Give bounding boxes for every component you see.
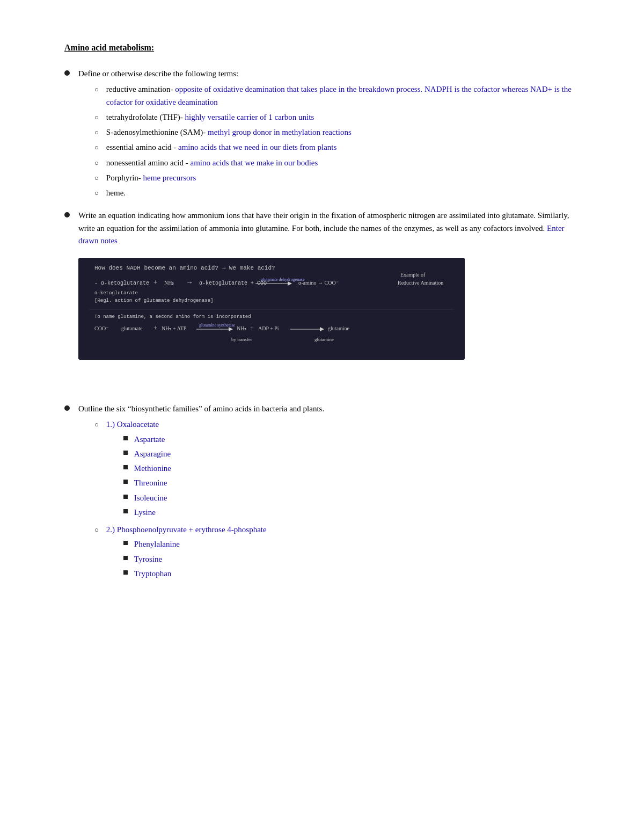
- svg-text:→: →: [186, 278, 193, 286]
- square-icon: [123, 495, 128, 499]
- sub-item-nonessential: ○ nonessential amino acid - amino acids …: [94, 157, 580, 169]
- svg-text:COO⁻: COO⁻: [94, 325, 108, 331]
- square-icon: [123, 451, 128, 455]
- bullet-text-1: Define or otherwise describe the followi…: [78, 68, 580, 202]
- blue-oxaloacetate: 1.) Oxaloacetate: [106, 420, 159, 429]
- svg-text:α-amino → COO⁻: α-amino → COO⁻: [298, 280, 339, 286]
- svg-text:[Regl. action of   glutamate d: [Regl. action of glutamate dehydrogenase…: [94, 298, 213, 303]
- bullet-text-2: Write an equation indicating how ammoniu…: [78, 209, 580, 376]
- label-isoleucine: Isoleucine: [134, 492, 167, 504]
- circle-icon: ○: [94, 525, 99, 535]
- svg-text:NH₃ + ATP: NH₃ + ATP: [162, 325, 187, 331]
- sub-text-nonessential: nonessential amino acid - amino acids th…: [106, 157, 580, 169]
- bullet-label-1: Define or otherwise describe the followi…: [78, 69, 238, 78]
- circle-icon: ○: [94, 112, 99, 123]
- drawn-notes-image: How does NADH become an amino acid? → We…: [78, 258, 465, 360]
- circle-icon: ○: [94, 173, 99, 184]
- label-methionine: Methionine: [134, 462, 171, 475]
- svg-text:glutamate: glutamate: [121, 325, 143, 331]
- circle-icon: ○: [94, 84, 99, 95]
- drawn-notes-container: How does NADH become an amino acid? → We…: [78, 258, 580, 360]
- sub-list-3: ○ 1.) Oxaloacetate Aspartate Asparagine: [78, 418, 580, 582]
- bullet-dot: [64, 70, 70, 76]
- circle-icon: ○: [94, 419, 99, 430]
- sub-text-oxaloacetate: 1.) Oxaloacetate Aspartate Asparagine: [106, 418, 580, 521]
- svg-text:How does NADH become an amino : How does NADH become an amino acid? → We…: [94, 265, 275, 271]
- sub-sub-list-oxaloacetate: Aspartate Asparagine Methionine: [106, 433, 580, 519]
- sub-item-heme: ○ heme.: [94, 187, 580, 199]
- sub-text-sam: S-adenosylmethionine (SAM)- methyl group…: [106, 126, 580, 139]
- blue-pep: 2.) Phosphoenolpyruvate + erythrose 4-ph…: [106, 525, 267, 534]
- sub-sub-asparagine: Asparagine: [123, 448, 580, 460]
- svg-text:+: +: [153, 324, 157, 332]
- sub-sub-threonine: Threonine: [123, 477, 580, 489]
- svg-text:glutamine: glutamine: [328, 325, 350, 331]
- sub-item-reductive: ○ reductive amination- opposite of oxida…: [94, 83, 580, 108]
- sub-sub-lysine: Lysine: [123, 506, 580, 519]
- square-icon: [123, 541, 128, 545]
- svg-text:Example of: Example of: [400, 272, 426, 278]
- sub-sub-tryptophan: Tryptophan: [123, 568, 580, 580]
- label-phenylalanine: Phenylalanine: [134, 538, 180, 550]
- square-icon: [123, 570, 128, 575]
- bullet-dot-2: [64, 212, 70, 217]
- square-icon: [123, 509, 128, 513]
- bullet-label-3: Outline the six “biosynthetic families” …: [78, 404, 324, 413]
- square-icon: [123, 465, 128, 469]
- svg-text:+: +: [153, 279, 157, 286]
- sub-sub-tyrosine: Tyrosine: [123, 553, 580, 565]
- svg-text:glutamine: glutamine: [314, 337, 334, 342]
- page-title: Amino acid metabolism:: [64, 43, 580, 53]
- sub-sub-phenylalanine: Phenylalanine: [123, 538, 580, 550]
- blue-sam: methyl group donor in methylation reacti…: [208, 128, 352, 136]
- svg-text:+: +: [250, 324, 254, 332]
- sub-sub-list-pep: Phenylalanine Tyrosine Tryptophan: [106, 538, 580, 580]
- label-aspartate: Aspartate: [134, 433, 165, 446]
- circle-icon: ○: [94, 188, 99, 199]
- label-tryptophan: Tryptophan: [134, 568, 171, 580]
- square-icon: [123, 480, 128, 484]
- sub-item-essential: ○ essential amino acid - amino acids tha…: [94, 141, 580, 154]
- blue-thf: highly versatile carrier of 1 carbon uni…: [185, 113, 314, 121]
- svg-text:ADP + Pi: ADP + Pi: [258, 325, 279, 331]
- svg-text:by   transfer: by transfer: [231, 337, 252, 342]
- blue-porphyrin: heme precursors: [143, 173, 196, 182]
- blue-reductive: opposite of oxidative deamination that t…: [106, 85, 572, 106]
- sub-text-thf: tetrahydrofolate (THF)- highly versatile…: [106, 111, 580, 124]
- label-asparagine: Asparagine: [134, 448, 171, 460]
- sub-sub-methionine: Methionine: [123, 462, 580, 475]
- blue-essential: amino acids that we need in our diets fr…: [178, 143, 336, 151]
- list-item-2: Write an equation indicating how ammoniu…: [64, 209, 580, 376]
- svg-text:glutamine synthetase: glutamine synthetase: [199, 323, 236, 328]
- sub-item-pep: ○ 2.) Phosphoenolpyruvate + erythrose 4-…: [94, 524, 580, 582]
- svg-text:To name glutamine, a second am: To name glutamine, a second amino form i…: [94, 314, 251, 320]
- sub-item-porphyrin: ○ Porphyrin- heme precursors: [94, 172, 580, 184]
- label-tyrosine: Tyrosine: [134, 553, 162, 565]
- bullet-text-3: Outline the six “biosynthetic families” …: [78, 403, 580, 585]
- sub-text-porphyrin: Porphyrin- heme precursors: [106, 172, 580, 184]
- main-list: Define or otherwise describe the followi…: [64, 68, 580, 585]
- bullet-dot-3: [64, 405, 70, 411]
- circle-icon: ○: [94, 142, 99, 153]
- sub-item-thf: ○ tetrahydrofolate (THF)- highly versati…: [94, 111, 580, 124]
- blue-nonessential: amino acids that we make in our bodies: [190, 158, 318, 167]
- sub-text-essential: essential amino acid - amino acids that …: [106, 141, 580, 154]
- square-icon: [123, 436, 128, 440]
- circle-icon: ○: [94, 127, 99, 138]
- sub-item-oxaloacetate: ○ 1.) Oxaloacetate Aspartate Asparagine: [94, 418, 580, 521]
- sub-text-pep: 2.) Phosphoenolpyruvate + erythrose 4-ph…: [106, 524, 580, 582]
- svg-text:- α-ketoglutarate: - α-ketoglutarate: [94, 280, 149, 286]
- list-item-3: Outline the six “biosynthetic families” …: [64, 403, 580, 585]
- svg-text:NH₃: NH₃: [164, 280, 174, 286]
- svg-text:Reductive Amination: Reductive Amination: [398, 280, 443, 286]
- label-threonine: Threonine: [134, 477, 167, 489]
- svg-text:NH₃: NH₃: [237, 325, 246, 331]
- sub-sub-aspartate: Aspartate: [123, 433, 580, 446]
- bullet-label-2: Write an equation indicating how ammoniu…: [78, 211, 569, 232]
- sub-text-reductive: reductive amination- opposite of oxidati…: [106, 83, 580, 108]
- label-lysine: Lysine: [134, 506, 156, 519]
- svg-text:α-ketoglutarate: α-ketoglutarate: [94, 291, 138, 296]
- square-icon: [123, 556, 128, 560]
- sub-text-heme: heme.: [106, 187, 580, 199]
- sub-sub-isoleucine: Isoleucine: [123, 492, 580, 504]
